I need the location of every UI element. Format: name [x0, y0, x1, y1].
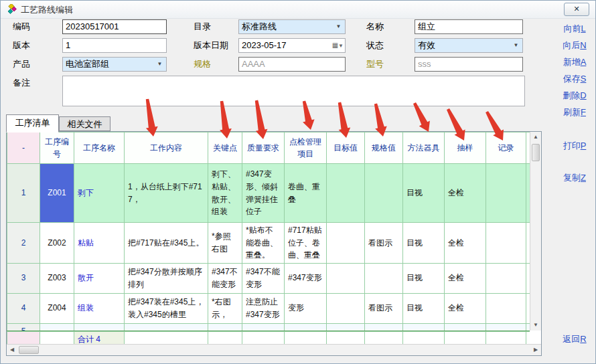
cell-no[interactable]: 4	[7, 293, 40, 323]
cell-content[interactable]: 1，从台纸上剥下#717，	[125, 164, 208, 223]
cell-code[interactable]: Z003	[40, 263, 74, 293]
tab-process-list[interactable]: 工序清单	[6, 114, 59, 132]
chevron-down-icon[interactable]: ▼	[338, 43, 344, 49]
cell-method[interactable]: 目视	[403, 263, 445, 293]
cell-content[interactable]: 把#717贴在#345上。	[125, 223, 208, 264]
scroll-left-icon[interactable]: ◀	[7, 345, 17, 355]
remark-textarea[interactable]	[62, 76, 525, 106]
scroll-up-icon[interactable]: ▲	[530, 132, 541, 143]
col-header-index[interactable]: -	[7, 132, 40, 164]
horizontal-scrollbar[interactable]: ◀ ▶	[7, 344, 541, 355]
cell-quality[interactable]: *贴布不能卷曲、重叠。	[242, 223, 285, 264]
cell-spec[interactable]	[365, 323, 403, 331]
col-header-work-content[interactable]: 工作内容	[125, 132, 208, 164]
cell-name[interactable]: 组装	[74, 293, 125, 323]
cell-content[interactable]: 把#347装在#345上，装入#345的槽里	[125, 293, 208, 323]
cell-method[interactable]: 目视	[403, 223, 445, 264]
cell-content[interactable]: 把#347分散并按顺序排列	[125, 263, 208, 293]
cell-check_items[interactable]: #347变形	[285, 263, 327, 293]
cell-name[interactable]: 剥下	[74, 164, 125, 223]
model-input[interactable]: sss	[415, 57, 523, 72]
cell-target[interactable]	[327, 263, 365, 293]
col-header-record[interactable]: 记录	[486, 132, 526, 164]
cell-target[interactable]	[327, 293, 365, 323]
col-header-sampling[interactable]: 抽样	[445, 132, 486, 164]
col-header-method-tool[interactable]: 方法器具	[403, 132, 445, 164]
col-header-key-point[interactable]: 关键点	[208, 132, 242, 164]
col-header-quality-requirement[interactable]: 质量要求	[242, 132, 285, 164]
cell-method[interactable]	[403, 323, 445, 331]
product-combobox[interactable]: 电池室部组 ▼	[62, 57, 167, 72]
cell-sampling[interactable]: 全检	[445, 293, 486, 323]
vertical-scrollbar[interactable]: ▲ ▼	[530, 132, 541, 331]
cell-name[interactable]	[74, 323, 125, 331]
refresh-button[interactable]: 刷新F	[555, 106, 594, 118]
scroll-right-icon[interactable]: ▶	[530, 345, 541, 355]
prev-button[interactable]: 向前L	[555, 23, 594, 35]
cell-key_point[interactable]	[208, 323, 242, 331]
cell-spec[interactable]: 看图示	[365, 223, 403, 264]
cell-name[interactable]: 粘贴	[74, 223, 125, 264]
col-header-check-management-items[interactable]: 点检管理项目	[285, 132, 327, 164]
cell-target[interactable]	[327, 223, 365, 264]
next-button[interactable]: 向后N	[555, 39, 594, 52]
cell-code[interactable]	[40, 323, 74, 331]
cell-sampling[interactable]: 全检	[445, 164, 486, 223]
cell-spec[interactable]	[365, 164, 403, 223]
cell-check_items[interactable]: 变形	[285, 293, 327, 323]
tab-related-files[interactable]: 相关文件	[59, 116, 110, 131]
cell-no[interactable]: 5	[7, 323, 40, 331]
return-button[interactable]: 返回R	[555, 333, 594, 345]
col-header-process-code[interactable]: 工序编号	[40, 132, 74, 164]
copy-button[interactable]: 复制Z	[555, 172, 594, 184]
horizontal-scroll-thumb[interactable]	[19, 346, 39, 354]
cell-record[interactable]	[486, 263, 526, 293]
name-input[interactable]: 组立	[415, 19, 523, 34]
cell-spec[interactable]	[365, 263, 403, 293]
scroll-down-icon[interactable]: ▼	[530, 320, 541, 331]
cell-quality[interactable]: #347变形、倾斜弹簧挂住位子	[242, 164, 285, 223]
add-button[interactable]: 新增A	[555, 56, 594, 68]
cell-name[interactable]: 散开	[74, 263, 125, 293]
cell-key_point[interactable]: 剥下、粘贴、散开、组装	[208, 164, 242, 223]
cell-code[interactable]: Z001	[40, 164, 74, 223]
cell-record[interactable]	[486, 223, 526, 264]
print-button[interactable]: 打印P	[555, 140, 594, 152]
version-input[interactable]: 1	[62, 38, 167, 53]
cell-record[interactable]	[486, 293, 526, 323]
cell-record[interactable]	[486, 164, 526, 223]
cell-key_point[interactable]: #347不能变形	[208, 263, 242, 293]
cell-no[interactable]: 2	[7, 223, 40, 264]
col-header-spec-value[interactable]: 规格值	[365, 132, 403, 164]
cell-quality[interactable]: 注意防止#347变形	[242, 293, 285, 323]
cell-check_items[interactable]	[285, 323, 327, 331]
version-date-picker[interactable]: 2023-05-17 ▦▼	[238, 38, 346, 53]
cell-sampling[interactable]: 全检	[445, 263, 486, 293]
cell-code[interactable]: Z004	[40, 293, 74, 323]
save-button[interactable]: 保存S	[555, 73, 594, 85]
cell-method[interactable]: 目视	[403, 293, 445, 323]
cell-no[interactable]: 1	[7, 164, 40, 223]
cell-code[interactable]: Z002	[40, 223, 74, 264]
cell-key_point[interactable]: *参照右图	[208, 223, 242, 264]
cell-sampling[interactable]	[445, 323, 486, 331]
cell-target[interactable]	[327, 164, 365, 223]
col-header-process-name[interactable]: 工序名称	[74, 132, 125, 164]
close-button[interactable]: ✕	[564, 3, 589, 16]
chevron-down-icon[interactable]: ▼	[333, 20, 344, 33]
cell-check_items[interactable]: #717粘贴位子、卷曲、重叠	[285, 223, 327, 264]
cell-sampling[interactable]: 全检	[445, 223, 486, 264]
cell-record[interactable]	[486, 323, 526, 331]
cell-key_point[interactable]: *右图示，	[208, 293, 242, 323]
cell-no[interactable]: 3	[7, 263, 40, 293]
cell-quality[interactable]	[242, 323, 285, 331]
cell-target[interactable]	[327, 323, 365, 331]
calendar-icon[interactable]: ▦	[332, 41, 338, 49]
vertical-scroll-thumb[interactable]	[532, 144, 540, 161]
chevron-down-icon[interactable]: ▼	[511, 39, 521, 52]
col-header-target-value[interactable]: 目标值	[327, 132, 365, 164]
delete-button[interactable]: 删除D	[555, 90, 594, 102]
cell-spec[interactable]: 看图示	[365, 293, 403, 323]
code-input[interactable]: 20230517001	[62, 19, 167, 34]
cell-quality[interactable]: #347不能变形	[242, 263, 285, 293]
